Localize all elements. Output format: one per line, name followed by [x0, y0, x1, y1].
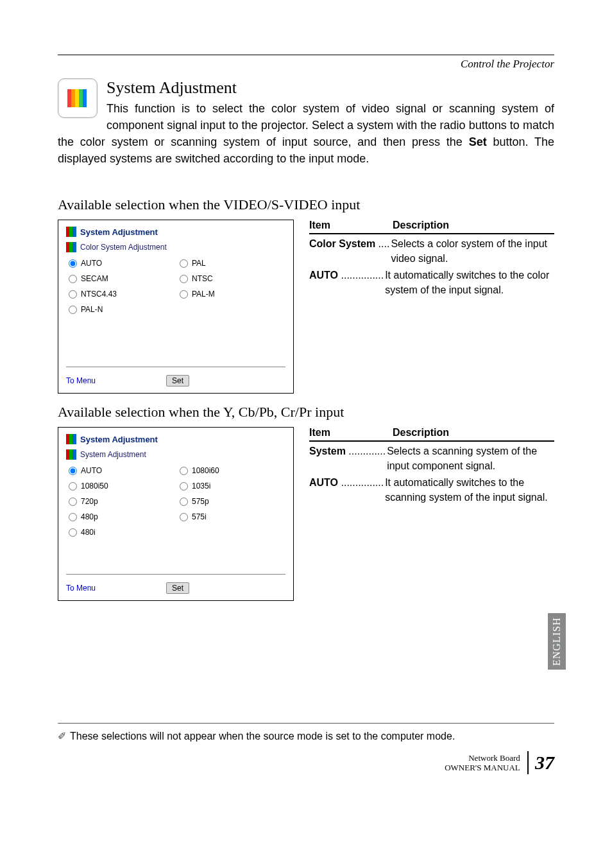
table-row: AUTO ............... It automatically sw…: [309, 476, 554, 505]
pencil-icon: ✐: [58, 730, 66, 742]
radio-label: 1080i60: [192, 466, 219, 475]
row-dots: .............: [346, 446, 386, 456]
svg-rect-10: [72, 242, 76, 252]
to-menu-link[interactable]: To Menu: [66, 584, 96, 593]
radio-label: 1035i: [192, 482, 210, 490]
radio-label: 480p: [81, 512, 98, 521]
panel-title: System Adjustment: [80, 435, 158, 444]
radio-label: 575p: [192, 497, 209, 506]
row-text: Selects a scanning system of the input c…: [386, 444, 554, 473]
section-title: System Adjustment: [58, 78, 554, 98]
svg-rect-0: [67, 89, 71, 107]
table-row: System ............. Selects a scanning …: [309, 444, 554, 473]
radio-480i[interactable]: 480i: [69, 528, 174, 537]
row-term: Color System: [309, 238, 375, 249]
svg-rect-15: [69, 449, 72, 460]
panel-title-row: System Adjustment: [66, 434, 285, 444]
radio-group-component: AUTO 1080i60 1080i50 1035i 720p 575p 480…: [66, 466, 285, 562]
panel-subtitle: System Adjustment: [80, 450, 146, 459]
radio-label: PAL-N: [81, 305, 103, 314]
radio-720p[interactable]: 720p: [69, 497, 174, 506]
subheading-component: Available selection when the Y, Cb/Pb, C…: [58, 404, 554, 421]
rgb-icon-small: [66, 242, 76, 252]
set-button[interactable]: Set: [166, 582, 189, 594]
panel-component: System Adjustment System Adjustment AUTO…: [58, 427, 294, 601]
desc-table-video: Item Description Color System .... Selec…: [309, 220, 554, 297]
radio-label: AUTO: [81, 466, 102, 475]
th-item: Item: [309, 220, 386, 231]
radio-575p[interactable]: 575p: [180, 497, 285, 506]
radio-575i[interactable]: 575i: [180, 512, 285, 521]
svg-rect-1: [71, 89, 75, 107]
row-term: AUTO: [309, 270, 338, 281]
radio-auto[interactable]: AUTO: [69, 259, 174, 268]
panel-subtitle-row: Color System Adjustment: [66, 242, 285, 252]
radio-label: AUTO: [81, 259, 102, 268]
subheading-video: Available selection when the VIDEO/S-VID…: [58, 196, 554, 213]
footnote: ✐ These selections will not appear when …: [58, 730, 554, 742]
row-term: System: [309, 446, 346, 456]
color-bars-icon: [58, 78, 98, 118]
panel-video: System Adjustment Color System Adjustmen…: [58, 220, 294, 394]
language-tab: ENGLISH: [548, 613, 566, 670]
panel-footer: To Menu Set: [66, 367, 285, 386]
svg-rect-4: [83, 89, 87, 107]
radio-secam[interactable]: SECAM: [69, 274, 174, 283]
desc-table-component: Item Description System ............. Se…: [309, 427, 554, 505]
radio-palm[interactable]: PAL-M: [180, 290, 285, 299]
row-dots: ....: [375, 238, 389, 249]
row-text: Selects a color system of the input vide…: [389, 237, 554, 266]
radio-auto[interactable]: AUTO: [69, 466, 174, 475]
radio-label: 1080i50: [81, 482, 108, 490]
header-rule: [58, 55, 554, 55]
svg-rect-11: [66, 434, 69, 444]
svg-rect-3: [79, 89, 83, 107]
rgb-icon: [66, 434, 76, 444]
panel-footer: To Menu Set: [66, 574, 285, 594]
radio-label: PAL-M: [192, 290, 215, 299]
radio-group-video: AUTO PAL SECAM NTSC NTSC4.43 PAL-M PAL-N: [66, 259, 285, 355]
svg-rect-2: [75, 89, 79, 107]
panel-subtitle: Color System Adjustment: [80, 243, 167, 252]
radio-1080i60[interactable]: 1080i60: [180, 466, 285, 475]
row-text: It automatically switches to the scannin…: [384, 476, 554, 505]
section-intro: System Adjustment This function is to se…: [58, 78, 554, 186]
rgb-icon: [66, 227, 76, 237]
svg-rect-5: [66, 227, 69, 237]
to-menu-link[interactable]: To Menu: [66, 376, 96, 385]
radio-label: NTSC: [192, 274, 213, 283]
radio-ntsc[interactable]: NTSC: [180, 274, 285, 283]
radio-label: 720p: [81, 497, 98, 506]
radio-1035i[interactable]: 1035i: [180, 482, 285, 490]
panel-title: System Adjustment: [80, 227, 158, 237]
footnote-text: These selections will not appear when th…: [70, 731, 455, 742]
page-footer: Network Board OWNER'S MANUAL 37: [58, 751, 554, 774]
rgb-icon-small: [66, 449, 76, 460]
svg-rect-13: [72, 434, 76, 444]
svg-rect-12: [69, 434, 72, 444]
th-item: Item: [309, 427, 386, 438]
radio-label: 480i: [81, 528, 96, 537]
th-desc: Description: [393, 427, 554, 438]
svg-rect-14: [66, 449, 69, 460]
radio-pal[interactable]: PAL: [180, 259, 285, 268]
set-button[interactable]: Set: [166, 375, 189, 386]
panel-subtitle-row: System Adjustment: [66, 449, 285, 460]
breadcrumb: Control the Projector: [58, 58, 554, 71]
row-dots: ...............: [338, 477, 384, 488]
svg-rect-16: [72, 449, 76, 460]
row-dots: ...............: [338, 270, 384, 281]
row-term: AUTO: [309, 477, 338, 488]
radio-ntsc443[interactable]: NTSC4.43: [69, 290, 174, 299]
footer-line2: OWNER'S MANUAL: [445, 763, 520, 772]
footnote-rule: [58, 723, 554, 724]
svg-rect-8: [66, 242, 69, 252]
radio-1080i50[interactable]: 1080i50: [69, 482, 174, 490]
panel-title-row: System Adjustment: [66, 227, 285, 237]
svg-rect-7: [72, 227, 76, 237]
set-word: Set: [469, 135, 487, 148]
page-number: 37: [527, 751, 554, 774]
radio-paln[interactable]: PAL-N: [69, 305, 174, 314]
svg-rect-6: [69, 227, 72, 237]
radio-480p[interactable]: 480p: [69, 512, 174, 521]
